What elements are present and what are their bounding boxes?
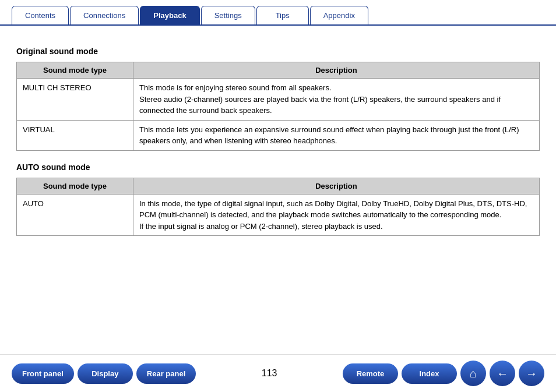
desc-virtual: This mode lets you experience an expansi…	[133, 120, 540, 150]
table2-col2-header: Description	[133, 178, 540, 194]
auto-sound-table: Sound mode type Description AUTO In this…	[16, 178, 540, 236]
tab-appendix[interactable]: Appendix	[310, 6, 368, 24]
page-number: 113	[199, 368, 339, 379]
table-row: VIRTUAL This mode lets you experience an…	[17, 120, 540, 150]
original-sound-table: Sound mode type Description MULTI CH STE…	[16, 62, 540, 151]
back-button[interactable]: ←	[490, 361, 515, 386]
display-button[interactable]: Display	[78, 363, 133, 384]
back-icon: ←	[497, 367, 508, 380]
tab-contents[interactable]: Contents	[12, 6, 69, 24]
tab-tips[interactable]: Tips	[256, 6, 309, 24]
remote-button[interactable]: Remote	[343, 363, 398, 384]
home-icon: ⌂	[470, 367, 477, 380]
mode-virtual: VIRTUAL	[17, 120, 133, 150]
forward-icon: →	[526, 367, 537, 380]
tab-connections[interactable]: Connections	[70, 6, 139, 24]
table2-col1-header: Sound mode type	[17, 178, 133, 194]
desc-multi-ch-stereo: This mode is for enjoying stereo sound f…	[133, 79, 540, 121]
desc-auto: In this mode, the type of digital signal…	[133, 194, 540, 236]
index-button[interactable]: Index	[402, 363, 457, 384]
forward-button[interactable]: →	[519, 361, 544, 386]
mode-multi-ch-stereo: MULTI CH STEREO	[17, 79, 133, 121]
home-button[interactable]: ⌂	[460, 361, 486, 386]
table-row: AUTO In this mode, the type of digital s…	[17, 194, 540, 236]
mode-auto: AUTO	[17, 194, 133, 236]
section-title-original: Original sound mode	[16, 47, 540, 56]
tab-playback[interactable]: Playback	[140, 6, 199, 24]
section-title-auto: AUTO sound mode	[16, 163, 540, 172]
tab-settings[interactable]: Settings	[201, 6, 255, 24]
rear-panel-button[interactable]: Rear panel	[136, 363, 196, 384]
footer: Front panel Display Rear panel 113 Remot…	[0, 354, 556, 392]
table1-col2-header: Description	[133, 62, 540, 79]
nav-tabs: Contents Connections Playback Settings T…	[0, 0, 556, 26]
front-panel-button[interactable]: Front panel	[12, 363, 74, 384]
main-content: Original sound mode Sound mode type Desc…	[0, 26, 556, 306]
table1-col1-header: Sound mode type	[17, 62, 133, 79]
table-row: MULTI CH STEREO This mode is for enjoyin…	[17, 79, 540, 121]
